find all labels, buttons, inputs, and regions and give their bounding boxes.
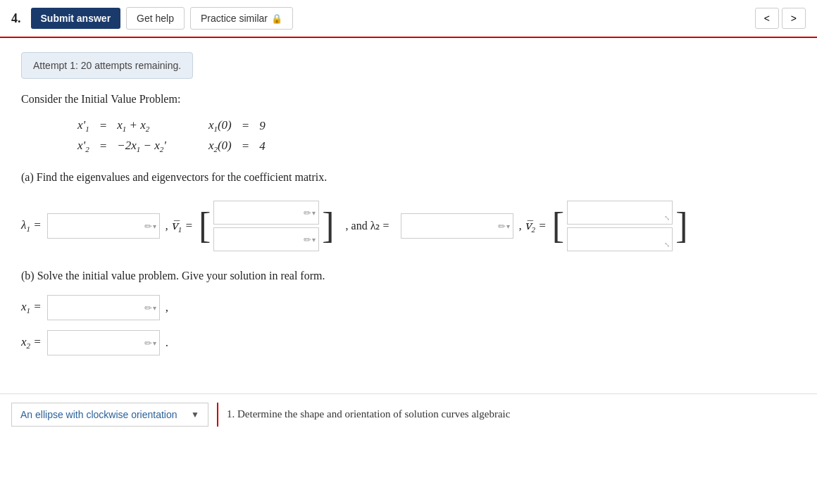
x2-label: x2 = — [21, 335, 42, 350]
resize-handle-1[interactable]: ⤡ — [664, 214, 670, 222]
x2-period: . — [166, 336, 168, 350]
submit-answer-button[interactable]: Submit answer — [31, 8, 121, 29]
v2-input-1[interactable] — [568, 201, 672, 224]
x2-input[interactable] — [48, 331, 155, 355]
resize-handle-2[interactable]: ⤡ — [664, 241, 670, 248]
x1-input-box[interactable]: ✏ — [47, 295, 160, 320]
v1-input-1[interactable] — [214, 201, 318, 224]
x1-pencil-btn[interactable]: ✏ — [144, 302, 156, 313]
v1-cell-1[interactable]: ✏ — [213, 201, 319, 225]
bracket-right-v1: ] — [322, 196, 334, 256]
content-area: Attempt 1: 20 attempts remaining. Consid… — [0, 38, 817, 379]
dropdown-text: An ellipse with clockwise orientation — [20, 409, 177, 420]
v1-label: , v̅1 = — [166, 218, 193, 234]
v2-input-2[interactable] — [568, 228, 672, 251]
vertical-divider — [217, 403, 218, 427]
top-bar: 4. Submit answer Get help Practice simil… — [0, 0, 817, 38]
ic1-rhs: 9 — [259, 119, 266, 133]
next-button[interactable]: > — [782, 8, 806, 29]
eq2-rhs: −2x1 − x2' — [117, 139, 166, 153]
v1-input-2[interactable] — [214, 228, 318, 251]
bracket-left-v1: [ — [199, 196, 211, 256]
x1-input[interactable] — [48, 296, 155, 320]
v2-cell-1[interactable]: ⤡ — [567, 201, 673, 225]
practice-similar-button[interactable]: Practice similar 🔒 — [190, 7, 293, 30]
eq2: x'2 = −2x1 − x2' — [77, 139, 166, 153]
v2-matrix: [ ⤡ ⤡ ] — [552, 196, 688, 256]
ic1: x1(0) = 9 — [208, 118, 266, 133]
lambda2-input[interactable] — [401, 214, 509, 238]
get-help-button[interactable]: Get help — [126, 7, 185, 30]
problem-intro: Consider the Initial Value Problem: — [21, 93, 796, 106]
ic2-rhs: 4 — [259, 139, 266, 153]
nav-arrows: < > — [755, 8, 806, 29]
ic1-equals: = — [242, 119, 249, 133]
v1-pencil-1[interactable]: ✏ — [304, 207, 316, 218]
bottom-description: 1. Determine the shape and orientation o… — [227, 408, 510, 420]
eq1-lhs: x'1 — [77, 118, 89, 133]
lambda2-input-box[interactable]: ✏ — [401, 213, 513, 239]
initial-conditions: x1(0) = 9 x2(0) = 4 — [208, 118, 266, 154]
v2-cells: ⤡ ⤡ — [564, 196, 675, 256]
problem-number: 4. — [11, 11, 21, 26]
x2-input-box[interactable]: ✏ — [47, 330, 160, 355]
bracket-right-v2: ] — [675, 196, 687, 256]
x2-row: x2 = ✏ . — [21, 330, 796, 355]
x2-pencil-btn[interactable]: ✏ — [144, 337, 156, 348]
lambda1-pencil-btn[interactable]: ✏ — [144, 220, 156, 231]
chevron-down-icon: ▼ — [191, 410, 199, 420]
v2-label: , v̅2 = — [519, 218, 547, 234]
x1-row: x1 = ✏ , — [21, 295, 796, 320]
v1-pencil-2[interactable]: ✏ — [304, 234, 316, 244]
lambda2-pencil-btn[interactable]: ✏ — [498, 220, 510, 231]
lambda1-input-box[interactable]: ✏ — [47, 213, 160, 239]
ic2-lhs: x2(0) — [208, 139, 232, 153]
lambda1-input[interactable] — [48, 214, 155, 238]
x1-comma: , — [166, 301, 168, 315]
x1-label: x1 = — [21, 300, 42, 315]
equations-block: x'1 = x1 + x2 x'2 = −2x1 − x2' x1(0) = 9… — [77, 118, 796, 154]
attempt-box: Attempt 1: 20 attempts remaining. — [21, 52, 193, 79]
ic2: x2(0) = 4 — [208, 139, 266, 153]
ic1-lhs: x1(0) — [208, 118, 232, 133]
v1-cells: ✏ ✏ — [211, 196, 322, 256]
and-text: , and λ₂ = — [346, 219, 389, 232]
v1-matrix: [ ✏ ✏ ] — [199, 196, 335, 256]
ode-system: x'1 = x1 + x2 x'2 = −2x1 − x2' — [77, 118, 166, 154]
eq2-equals: = — [99, 139, 107, 153]
lock-icon: 🔒 — [271, 13, 282, 24]
lambda1-label: λ1 = — [21, 218, 42, 233]
part-a-label: (a) Find the eigenvalues and eigenvector… — [21, 171, 796, 184]
eq1: x'1 = x1 + x2 — [77, 118, 166, 133]
bottom-bar: An ellipse with clockwise orientation ▼ … — [0, 393, 817, 435]
eq1-equals: = — [99, 119, 107, 133]
v2-cell-2[interactable]: ⤡ — [567, 227, 673, 251]
bracket-left-v2: [ — [552, 196, 564, 256]
eigenvalue-row: λ1 = ✏ , v̅1 = [ ✏ ✏ ] , and λ₂ = — [21, 196, 796, 256]
orientation-dropdown[interactable]: An ellipse with clockwise orientation ▼ — [11, 403, 208, 427]
v1-cell-2[interactable]: ✏ — [213, 227, 319, 251]
part-b-label: (b) Solve the initial value problem. Giv… — [21, 270, 796, 282]
prev-button[interactable]: < — [755, 8, 779, 29]
eq1-rhs: x1 + x2 — [117, 118, 149, 133]
ic2-equals: = — [242, 139, 249, 153]
eq2-lhs: x'2 — [77, 139, 89, 153]
